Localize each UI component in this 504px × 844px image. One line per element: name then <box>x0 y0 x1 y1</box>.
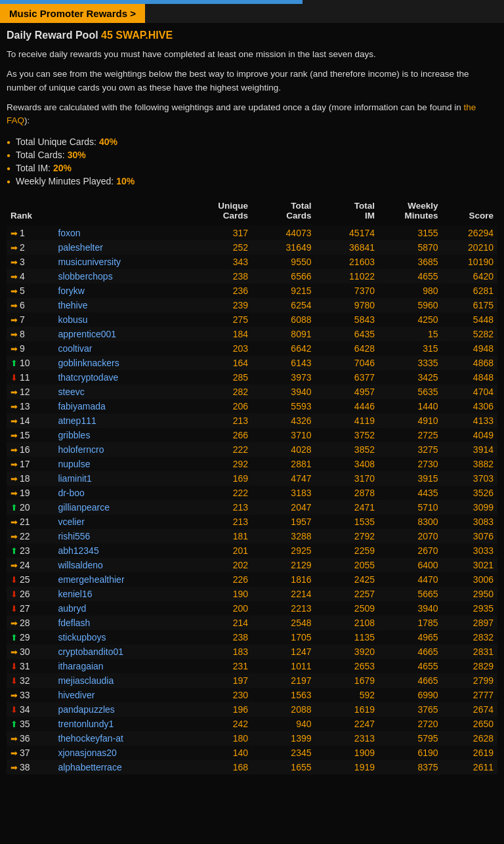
user-cell[interactable]: aubryd <box>54 601 188 616</box>
total-im-cell: 2108 <box>316 616 379 630</box>
user-link[interactable]: cooltivar <box>58 343 92 354</box>
total-im-cell: 2313 <box>316 731 379 746</box>
total-cards-cell: 6642 <box>252 341 316 356</box>
user-link[interactable]: rishi556 <box>58 531 90 541</box>
user-cell[interactable]: liaminit1 <box>54 471 188 486</box>
user-link[interactable]: holoferncro <box>58 444 104 455</box>
user-link[interactable]: gillianpearce <box>58 502 110 513</box>
user-cell[interactable]: foxon <box>54 226 188 240</box>
user-link[interactable]: slobberchops <box>58 271 112 282</box>
user-cell[interactable]: stickupboys <box>54 630 188 644</box>
rank-cell: ➡ 12 <box>7 385 54 399</box>
user-link[interactable]: liaminit1 <box>58 473 91 484</box>
rank-cell: ⬇ 25 <box>7 572 54 587</box>
rank-number: 26 <box>20 589 30 599</box>
user-cell[interactable]: willsaldeno <box>54 558 188 572</box>
user-link[interactable]: abh12345 <box>58 545 98 556</box>
user-link[interactable]: willsaldeno <box>58 560 102 570</box>
user-link[interactable]: xjonasjonas20 <box>58 748 117 758</box>
user-cell[interactable]: pandapuzzles <box>54 702 188 717</box>
total-im-cell: 2247 <box>316 717 379 731</box>
user-link[interactable]: trentonlundy1 <box>58 719 114 729</box>
user-link[interactable]: dr-boo <box>58 488 84 498</box>
user-link[interactable]: pandapuzzles <box>58 704 114 715</box>
weightings-section: ● Total Unique Cards: 40% ● Total Cards:… <box>7 137 497 186</box>
user-link[interactable]: foxon <box>58 228 80 238</box>
user-cell[interactable]: trentonlundy1 <box>54 717 188 731</box>
user-cell[interactable]: apprentice001 <box>54 327 188 341</box>
user-cell[interactable]: emergehealthier <box>54 572 188 587</box>
user-link[interactable]: vcelier <box>58 517 84 527</box>
breadcrumb-button[interactable]: Music Promoter Rewards > <box>0 4 145 23</box>
unique-cards-cell: 181 <box>188 529 252 543</box>
user-link[interactable]: fabiyamada <box>58 401 105 411</box>
faq-link[interactable]: the FAQ <box>7 102 476 125</box>
user-link[interactable]: steevc <box>58 387 84 397</box>
total-im-cell: 2653 <box>316 659 379 673</box>
user-link[interactable]: fdeflash <box>58 618 90 628</box>
user-cell[interactable]: xjonasjonas20 <box>54 746 188 760</box>
user-link[interactable]: cryptobandito01 <box>58 646 123 657</box>
weekly-minutes-cell: 3685 <box>379 255 442 269</box>
user-cell[interactable]: thehockeyfan-at <box>54 731 188 746</box>
user-cell[interactable]: thatcryptodave <box>54 370 188 385</box>
rank-number: 24 <box>20 560 30 570</box>
user-cell[interactable]: rishi556 <box>54 529 188 543</box>
user-cell[interactable]: abh12345 <box>54 543 188 558</box>
user-link[interactable]: emergehealthier <box>58 574 124 585</box>
user-link[interactable]: musicuniversity <box>58 257 121 267</box>
user-cell[interactable]: itharagaian <box>54 659 188 673</box>
user-link[interactable]: nupulse <box>58 459 90 469</box>
user-cell[interactable]: steevc <box>54 385 188 399</box>
user-link[interactable]: atnep111 <box>58 415 96 426</box>
user-link[interactable]: aubryd <box>58 603 86 614</box>
user-link[interactable]: thehive <box>58 300 87 310</box>
score-cell: 3526 <box>442 486 497 500</box>
user-cell[interactable]: fdeflash <box>54 616 188 630</box>
table-row: ⬇ 11 thatcryptodave 285 3973 6377 3425 4… <box>7 370 497 385</box>
user-link[interactable]: hivediver <box>58 690 94 700</box>
user-cell[interactable]: holoferncro <box>54 442 188 457</box>
user-link[interactable]: keniel16 <box>58 589 92 599</box>
user-link[interactable]: goblinknackers <box>58 358 119 368</box>
user-link[interactable]: paleshelter <box>58 242 103 253</box>
score-cell: 3033 <box>442 543 497 558</box>
user-cell[interactable]: gillianpearce <box>54 500 188 515</box>
user-cell[interactable]: slobberchops <box>54 269 188 284</box>
user-link[interactable]: alphabetterrace <box>58 762 121 772</box>
total-im-cell: 2055 <box>316 558 379 572</box>
user-link[interactable]: mejiasclaudia <box>58 675 114 686</box>
user-cell[interactable]: goblinknackers <box>54 356 188 370</box>
user-link[interactable]: apprentice001 <box>58 329 116 339</box>
user-cell[interactable]: gribbles <box>54 428 188 442</box>
user-cell[interactable]: vcelier <box>54 515 188 529</box>
user-link[interactable]: stickupboys <box>58 632 106 643</box>
user-cell[interactable]: cryptobandito01 <box>54 644 188 659</box>
table-row: ➡ 7 kobusu 275 6088 5843 4250 5448 <box>7 312 497 327</box>
user-link[interactable]: itharagaian <box>58 661 103 671</box>
user-link[interactable]: thatcryptodave <box>58 372 118 383</box>
user-cell[interactable]: thehive <box>54 298 188 312</box>
user-link[interactable]: thehockeyfan-at <box>58 733 123 744</box>
rank-cell: ➡ 22 <box>7 529 54 543</box>
user-cell[interactable]: nupulse <box>54 457 188 471</box>
weekly-minutes-cell: 4655 <box>379 659 442 673</box>
user-link[interactable]: forykw <box>58 285 84 296</box>
user-cell[interactable]: keniel16 <box>54 587 188 601</box>
unique-cards-cell: 169 <box>188 471 252 486</box>
user-cell[interactable]: forykw <box>54 284 188 298</box>
user-link[interactable]: gribbles <box>58 430 90 440</box>
total-im-cell: 7370 <box>316 284 379 298</box>
user-cell[interactable]: cooltivar <box>54 341 188 356</box>
user-cell[interactable]: fabiyamada <box>54 399 188 413</box>
user-cell[interactable]: paleshelter <box>54 240 188 255</box>
user-cell[interactable]: kobusu <box>54 312 188 327</box>
user-cell[interactable]: atnep111 <box>54 413 188 428</box>
user-cell[interactable]: musicuniversity <box>54 255 188 269</box>
trend-arrow-neutral: ➡ <box>10 257 18 267</box>
user-cell[interactable]: hivediver <box>54 688 188 702</box>
user-cell[interactable]: mejiasclaudia <box>54 673 188 688</box>
user-cell[interactable]: alphabetterrace <box>54 760 188 774</box>
user-cell[interactable]: dr-boo <box>54 486 188 500</box>
user-link[interactable]: kobusu <box>58 314 87 325</box>
